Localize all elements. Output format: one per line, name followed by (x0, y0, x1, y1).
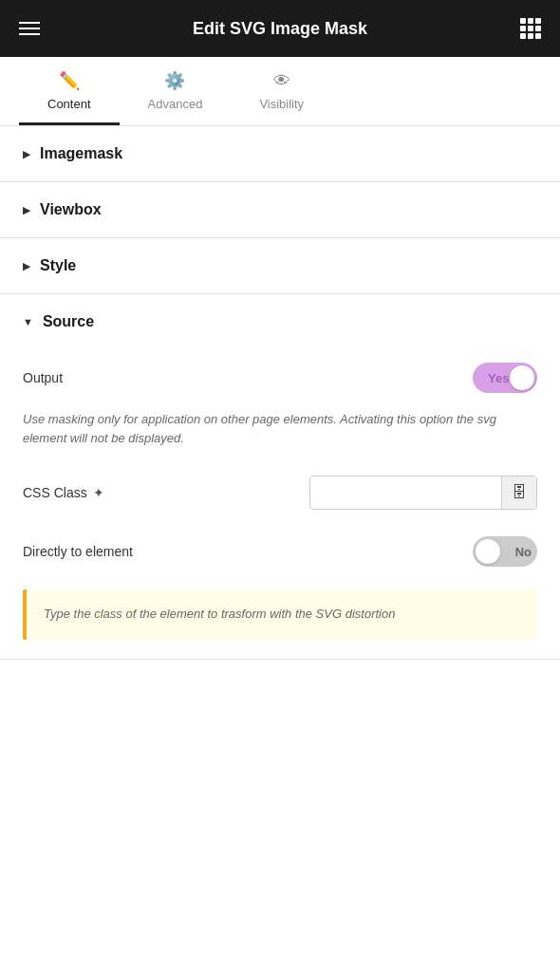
section-viewbox: ▶ Viewbox (0, 182, 560, 238)
chevron-right-icon: ▶ (23, 260, 30, 272)
output-label: Output (23, 370, 63, 385)
tab-advanced[interactable]: ⚙️ Advanced (120, 57, 232, 125)
section-viewbox-title: Viewbox (40, 201, 102, 218)
pencil-icon: ✏️ (59, 70, 80, 91)
chevron-down-icon: ▼ (23, 316, 33, 327)
section-imagemask-header[interactable]: ▶ Imagemask (0, 126, 560, 181)
hamburger-menu-button[interactable] (19, 22, 40, 35)
apps-button[interactable] (520, 18, 541, 39)
tab-bar: ✏️ Content ⚙️ Advanced 👁 Visibility (0, 57, 560, 126)
chevron-right-icon: ▶ (23, 148, 30, 160)
directly-toggle[interactable]: No (473, 536, 537, 567)
tab-advanced-label: Advanced (148, 97, 203, 111)
output-field-row: Output Yes (23, 349, 537, 406)
page-title: Edit SVG Image Mask (193, 19, 367, 39)
output-toggle-container: Yes (473, 363, 537, 393)
css-class-input[interactable] (310, 478, 501, 508)
output-toggle[interactable]: Yes (473, 363, 537, 393)
css-class-label: CSS Class ✦ (23, 485, 104, 500)
gear-icon: ⚙️ (164, 70, 185, 91)
output-hint-text: Use masking only for application on othe… (23, 406, 537, 462)
directly-toggle-label: No (515, 545, 532, 559)
section-source-header[interactable]: ▼ Source (0, 294, 560, 349)
section-source-title: Source (43, 313, 94, 330)
css-class-input-wrapper: 🗄 (309, 476, 537, 510)
section-style: ▶ Style (0, 238, 560, 294)
css-class-row: CSS Class ✦ 🗄 (23, 462, 537, 523)
section-imagemask-title: Imagemask (40, 145, 122, 162)
directly-label: Directly to element (23, 544, 133, 559)
sparkle-icon: ✦ (93, 485, 104, 500)
section-source-content: Output Yes Use masking only for applicat… (0, 349, 560, 659)
output-toggle-thumb (510, 365, 534, 390)
directly-toggle-thumb (476, 539, 500, 564)
tab-content-label: Content (47, 97, 91, 111)
section-style-header[interactable]: ▶ Style (0, 238, 560, 293)
tab-visibility[interactable]: 👁 Visibility (231, 58, 332, 125)
chevron-right-icon: ▶ (23, 204, 30, 216)
tab-content[interactable]: ✏️ Content (19, 57, 120, 125)
directly-toggle-container: No (473, 536, 537, 567)
info-box-text: Type the class of the element to trasfor… (44, 605, 520, 625)
section-imagemask: ▶ Imagemask (0, 126, 560, 182)
section-source: ▼ Source Output Yes Use masking only for… (0, 294, 560, 660)
output-toggle-label: Yes (488, 371, 509, 385)
section-viewbox-header[interactable]: ▶ Viewbox (0, 182, 560, 237)
app-header: Edit SVG Image Mask (0, 0, 560, 57)
database-icon: 🗄 (512, 484, 527, 501)
eye-icon: 👁 (273, 71, 290, 91)
info-box: Type the class of the element to trasfor… (23, 589, 537, 640)
section-style-title: Style (40, 257, 76, 274)
css-class-db-button[interactable]: 🗄 (501, 477, 536, 509)
tab-visibility-label: Visibility (259, 97, 304, 111)
directly-field-row: Directly to element No (23, 523, 537, 580)
